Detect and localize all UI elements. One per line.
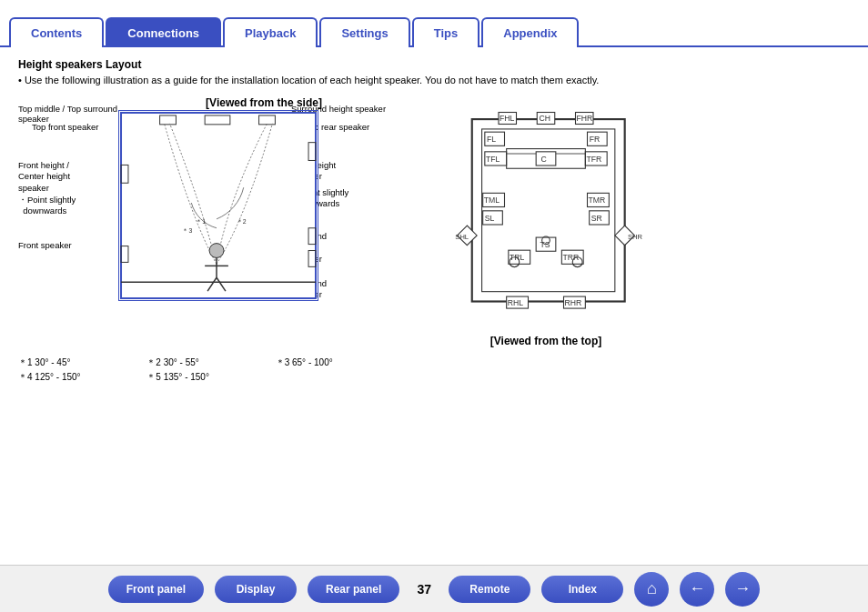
home-button[interactable]: ⌂	[634, 572, 669, 607]
svg-text:TFL: TFL	[486, 155, 500, 164]
front-panel-button[interactable]: Front panel	[108, 576, 204, 603]
svg-rect-0	[121, 113, 316, 298]
tab-connections[interactable]: Connections	[106, 17, 221, 47]
svg-text:＊2: ＊2	[237, 218, 247, 225]
rear-panel-button[interactable]: Rear panel	[308, 576, 399, 603]
svg-text:FHR: FHR	[577, 114, 593, 123]
svg-text:RHR: RHR	[565, 298, 582, 307]
forward-button[interactable]: →	[725, 572, 760, 607]
remote-button[interactable]: Remote	[449, 576, 530, 603]
page-number: 37	[410, 582, 438, 597]
side-view-container: Top middle / Top surround speaker Top fr…	[18, 95, 400, 384]
svg-text:C: C	[541, 155, 547, 164]
label-top-middle: Top middle / Top surround speaker	[18, 104, 123, 124]
svg-text:SHR: SHR	[628, 233, 643, 241]
svg-text:TFR: TFR	[586, 155, 601, 164]
label-front-speaker: Front speaker	[18, 240, 72, 250]
svg-point-7	[209, 244, 224, 258]
top-view-caption: [Viewed from the top]	[419, 335, 673, 347]
tab-settings[interactable]: Settings	[319, 17, 409, 47]
top-navigation: Contents Connections Playback Settings T…	[0, 0, 868, 47]
svg-text:FR: FR	[590, 135, 601, 144]
tab-tips[interactable]: Tips	[412, 17, 480, 47]
svg-text:SHL: SHL	[455, 233, 469, 241]
top-view-container: FHL CH FHR FL FR TFL C TFR	[419, 95, 673, 384]
svg-text:＊1: ＊1	[196, 218, 206, 225]
label-front-height: Front height /Center heightspeaker	[18, 160, 118, 194]
footnote-4: ＊4 125° - 150°	[18, 371, 143, 384]
bottom-navigation: Front panel Display Rear panel 37 Remote…	[0, 565, 868, 612]
side-view-labels: Top middle / Top surround speaker Top fr…	[18, 96, 400, 351]
top-view-diagram: FHL CH FHR FL FR TFL C TFR	[446, 95, 646, 331]
svg-text:FHL: FHL	[500, 114, 515, 123]
svg-text:＊3: ＊3	[182, 227, 192, 234]
home-icon: ⌂	[647, 579, 657, 598]
footnote-5: ＊5 135° - 150°	[146, 371, 271, 384]
label-top-front: Top front speaker	[32, 122, 98, 132]
svg-text:RHL: RHL	[508, 298, 524, 307]
tab-playback[interactable]: Playback	[223, 17, 318, 47]
svg-text:FL: FL	[487, 135, 496, 144]
index-button[interactable]: Index	[541, 576, 623, 603]
svg-text:SR: SR	[591, 214, 602, 223]
footnote-3: ＊3 65° - 100°	[276, 356, 400, 369]
tab-appendix[interactable]: Appendix	[481, 17, 579, 47]
side-view-diagram: ＊3 ＊1 ＊2	[118, 110, 318, 301]
svg-text:TML: TML	[484, 196, 500, 205]
footnote-1: ＊1 30° - 45°	[18, 356, 143, 369]
display-button[interactable]: Display	[215, 576, 297, 603]
footnotes: ＊1 30° - 45° ＊2 30° - 55° ＊3 65° - 100° …	[18, 356, 400, 384]
back-button[interactable]: ←	[680, 572, 714, 607]
svg-text:TMR: TMR	[589, 196, 606, 205]
tab-contents[interactable]: Contents	[9, 17, 104, 47]
footnote-2: ＊2 30° - 55°	[146, 356, 271, 369]
svg-text:SL: SL	[485, 214, 495, 223]
section-title: Height speakers Layout	[18, 58, 850, 71]
section-description: • Use the following illustration as a gu…	[18, 75, 850, 85]
diagrams-row: Top middle / Top surround speaker Top fr…	[18, 95, 850, 384]
label-point-down-left: ・Point slightly downwards	[18, 195, 118, 217]
forward-icon: →	[734, 579, 751, 598]
bullet-icon: •	[18, 75, 22, 85]
back-icon: ←	[689, 579, 705, 598]
svg-text:CH: CH	[539, 114, 550, 123]
main-content: Height speakers Layout • Use the followi…	[0, 47, 868, 566]
